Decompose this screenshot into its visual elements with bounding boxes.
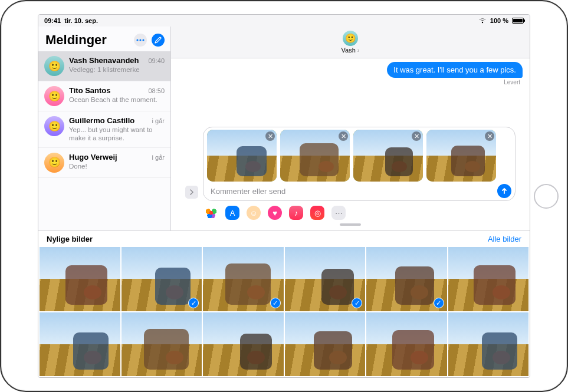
attachment-thumbnail[interactable]: ✕ — [426, 130, 496, 182]
battery-icon — [512, 18, 524, 24]
photo-thumbnail[interactable]: ✓ — [122, 247, 202, 311]
delivered-label: Levert — [178, 79, 520, 85]
drawer-handle[interactable] — [340, 223, 361, 226]
photo-thumbnail[interactable] — [40, 247, 120, 311]
wifi-icon — [478, 18, 487, 24]
photo-thumbnail[interactable]: ✓ — [366, 247, 447, 311]
attachment-thumbnail[interactable]: ✕ — [207, 130, 277, 182]
conversation-time: 08:50 — [148, 87, 165, 94]
more-apps-icon[interactable]: ⋯ — [331, 206, 346, 220]
attachment-thumbnail[interactable]: ✕ — [280, 130, 350, 182]
compose-area: ✕✕✕✕ — [178, 127, 523, 205]
photos-app-icon[interactable] — [204, 206, 218, 220]
selected-badge: ✓ — [270, 298, 281, 308]
conversation-item[interactable]: 🙂 Hugo Verweij i går Done! — [38, 148, 170, 178]
compose-field[interactable]: ✕✕✕✕ — [203, 127, 516, 201]
avatar: 🙂 — [44, 116, 64, 136]
memoji-app-icon[interactable]: ☺ — [247, 206, 261, 220]
clips-app-icon[interactable]: ◎ — [310, 206, 324, 220]
screen: 09:41 tir. 10. sep. 100 % Meldinger — [38, 14, 530, 378]
drawer-title: Nylige bilder — [47, 235, 93, 243]
photo-thumbnail[interactable] — [40, 312, 120, 376]
send-button[interactable] — [497, 184, 511, 198]
svg-point-2 — [142, 39, 144, 41]
selected-badge: ✓ — [188, 298, 199, 308]
compose-button[interactable] — [152, 34, 165, 47]
photo-thumbnail[interactable] — [366, 312, 447, 376]
contact-avatar: 🙂 — [343, 31, 358, 46]
sent-message-bubble: It was great. I'll send you a few pics. — [387, 62, 523, 78]
conversation-preview: Yep... but you might want to make it a s… — [69, 126, 165, 143]
battery-percent: 100 % — [490, 17, 508, 24]
attachment-thumbnail[interactable]: ✕ — [353, 130, 423, 182]
all-photos-link[interactable]: Alle bilder — [488, 235, 521, 243]
chat-pane: 🙂 Vash It was great. I'll send you a few… — [171, 27, 530, 230]
status-bar: 09:41 tir. 10. sep. 100 % — [38, 15, 530, 27]
avatar: 🙂 — [44, 86, 64, 106]
photo-thumbnail[interactable] — [203, 312, 284, 376]
selected-badge: ✓ — [352, 298, 362, 308]
conversation-time: i går — [152, 117, 165, 124]
conversation-name: Tito Santos — [69, 86, 111, 95]
ipad-frame: 09:41 tir. 10. sep. 100 % Meldinger — [0, 0, 568, 392]
chat-header[interactable]: 🙂 Vash — [171, 27, 530, 58]
conversation-name: Guillermo Castillo — [69, 116, 134, 125]
photo-thumbnail[interactable] — [122, 312, 202, 376]
photo-thumbnail[interactable]: ✓ — [203, 247, 284, 311]
message-input[interactable] — [207, 185, 497, 198]
imessage-apps-row: A☺♥♪◎⋯ — [178, 205, 523, 223]
music-app-icon[interactable]: ♪ — [289, 206, 303, 220]
photo-drawer: Nylige bilder Alle bilder ✓✓✓✓ — [38, 230, 530, 377]
conversation-item[interactable]: 🙂 Tito Santos 08:50 Ocean Beach at the m… — [38, 81, 170, 111]
photo-thumbnail[interactable] — [285, 312, 366, 376]
app-store-app-icon[interactable]: A — [225, 206, 239, 220]
conversation-time: i går — [152, 154, 165, 161]
status-time: 09:41 — [44, 17, 61, 24]
svg-point-0 — [136, 39, 138, 41]
avatar: 🙂 — [44, 153, 64, 173]
conversation-item[interactable]: 🙂 Vash Shenavandeh 09:40 Vedlegg: 1 klis… — [38, 51, 170, 81]
conversation-preview: Vedlegg: 1 klistremerke — [69, 65, 165, 74]
digital-touch-app-icon[interactable]: ♥ — [268, 206, 282, 220]
svg-point-1 — [139, 39, 141, 41]
photo-thumbnail[interactable] — [448, 312, 529, 376]
expand-apps-button[interactable] — [185, 186, 198, 199]
selected-badge: ✓ — [434, 298, 444, 308]
conversation-preview: Done! — [69, 162, 165, 170]
conversation-name: Hugo Verweij — [69, 153, 117, 162]
conversation-sidebar: Meldinger 🙂 Vash Shenavandeh — [38, 27, 171, 230]
app-title: Meldinger — [45, 32, 107, 48]
message-thread: It was great. I'll send you a few pics. … — [171, 58, 530, 230]
conversation-time: 09:40 — [148, 57, 165, 64]
status-date: tir. 10. sep. — [64, 17, 98, 24]
more-button[interactable] — [134, 34, 147, 47]
contact-name: Vash — [342, 47, 360, 54]
conversation-name: Vash Shenavandeh — [69, 56, 139, 65]
photo-thumbnail[interactable] — [448, 247, 529, 311]
avatar: 🙂 — [44, 56, 64, 76]
conversation-preview: Ocean Beach at the moment. — [69, 95, 165, 104]
home-button[interactable] — [534, 184, 559, 209]
conversation-item[interactable]: 🙂 Guillermo Castillo i går Yep... but yo… — [38, 111, 170, 148]
photo-thumbnail[interactable]: ✓ — [285, 247, 366, 311]
